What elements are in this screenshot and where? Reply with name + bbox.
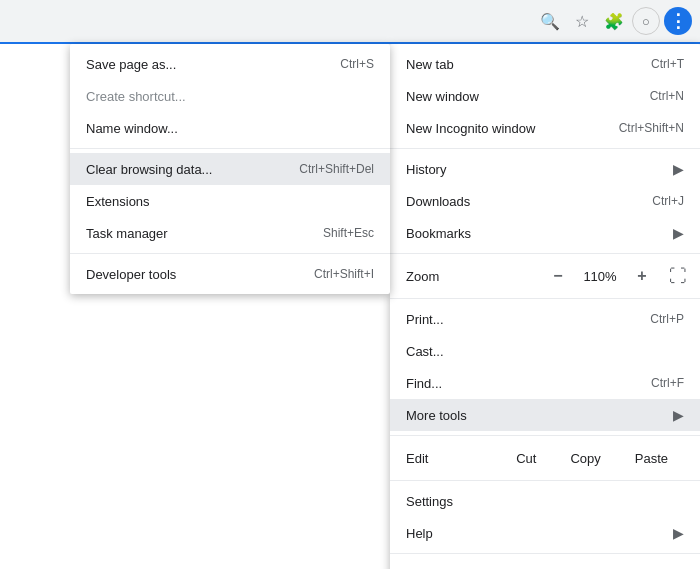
separator-4	[390, 435, 700, 436]
new-window-shortcut: Ctrl+N	[650, 89, 684, 103]
submenu-item-developer-tools[interactable]: Developer tools Ctrl+Shift+I	[70, 258, 390, 290]
name-window-label: Name window...	[86, 121, 178, 136]
menu-item-find[interactable]: Find... Ctrl+F	[390, 367, 700, 399]
menu-item-downloads[interactable]: Downloads Ctrl+J	[390, 185, 700, 217]
submenu-item-extensions[interactable]: Extensions	[70, 185, 390, 217]
edit-row: Edit Cut Copy Paste	[390, 440, 700, 476]
find-label: Find...	[406, 376, 442, 391]
menu-item-cast[interactable]: Cast...	[390, 335, 700, 367]
edit-buttons: Cut Copy Paste	[500, 447, 684, 470]
new-tab-label: New tab	[406, 57, 454, 72]
browser-toolbar: 🔍 ☆ 🧩 ○ ⋮	[0, 0, 700, 44]
menu-item-new-window[interactable]: New window Ctrl+N	[390, 80, 700, 112]
bookmarks-label: Bookmarks	[406, 226, 471, 241]
zoom-icon[interactable]: 🔍	[536, 7, 564, 35]
menu-item-bookmarks[interactable]: Bookmarks ▶	[390, 217, 700, 249]
submenu-item-save-page[interactable]: Save page as... Ctrl+S	[70, 48, 390, 80]
menu-item-new-incognito[interactable]: New Incognito window Ctrl+Shift+N	[390, 112, 700, 144]
edit-label: Edit	[406, 451, 500, 466]
create-shortcut-label: Create shortcut...	[86, 89, 186, 104]
separator-5	[390, 480, 700, 481]
separator-2	[390, 253, 700, 254]
help-label: Help	[406, 526, 433, 541]
clear-browsing-label: Clear browsing data...	[86, 162, 212, 177]
copy-button[interactable]: Copy	[554, 447, 616, 470]
extensions-label: Extensions	[86, 194, 150, 209]
downloads-shortcut: Ctrl+J	[652, 194, 684, 208]
separator-3	[390, 298, 700, 299]
avatar-icon[interactable]: ○	[632, 7, 660, 35]
new-incognito-label: New Incognito window	[406, 121, 535, 136]
menu-item-exit[interactable]: Exit	[390, 558, 700, 569]
history-arrow: ▶	[673, 161, 684, 177]
menu-item-history[interactable]: History ▶	[390, 153, 700, 185]
zoom-label: Zoom	[398, 269, 544, 284]
zoom-minus-button[interactable]: −	[544, 262, 572, 290]
developer-tools-shortcut: Ctrl+Shift+I	[314, 267, 374, 281]
history-label: History	[406, 162, 446, 177]
chrome-main-menu: New tab Ctrl+T New window Ctrl+N New Inc…	[390, 44, 700, 569]
zoom-plus-button[interactable]: +	[628, 262, 656, 290]
menu-item-new-tab[interactable]: New tab Ctrl+T	[390, 48, 700, 80]
submenu-item-name-window[interactable]: Name window...	[70, 112, 390, 144]
help-arrow: ▶	[673, 525, 684, 541]
print-label: Print...	[406, 312, 444, 327]
submenu-separator-2	[70, 253, 390, 254]
more-tools-arrow: ▶	[673, 407, 684, 423]
settings-label: Settings	[406, 494, 453, 509]
menu-item-print[interactable]: Print... Ctrl+P	[390, 303, 700, 335]
downloads-label: Downloads	[406, 194, 470, 209]
menu-item-settings[interactable]: Settings	[390, 485, 700, 517]
zoom-value: 110%	[576, 269, 624, 284]
more-tools-label: More tools	[406, 408, 467, 423]
submenu-item-clear-browsing[interactable]: Clear browsing data... Ctrl+Shift+Del	[70, 153, 390, 185]
new-window-label: New window	[406, 89, 479, 104]
menu-item-more-tools[interactable]: More tools ▶	[390, 399, 700, 431]
menu-icon[interactable]: ⋮	[664, 7, 692, 35]
save-page-label: Save page as...	[86, 57, 176, 72]
new-incognito-shortcut: Ctrl+Shift+N	[619, 121, 684, 135]
separator-1	[390, 148, 700, 149]
zoom-controls: − 110% +	[544, 262, 656, 290]
save-page-shortcut: Ctrl+S	[340, 57, 374, 71]
bookmark-icon[interactable]: ☆	[568, 7, 596, 35]
submenu-item-create-shortcut[interactable]: Create shortcut...	[70, 80, 390, 112]
toolbar-icon-group: 🔍 ☆ 🧩 ○ ⋮	[536, 7, 692, 35]
cast-label: Cast...	[406, 344, 444, 359]
paste-button[interactable]: Paste	[619, 447, 684, 470]
cut-button[interactable]: Cut	[500, 447, 552, 470]
more-tools-submenu: Save page as... Ctrl+S Create shortcut..…	[70, 44, 390, 294]
bookmarks-arrow: ▶	[673, 225, 684, 241]
find-shortcut: Ctrl+F	[651, 376, 684, 390]
task-manager-label: Task manager	[86, 226, 168, 241]
menu-item-help[interactable]: Help ▶	[390, 517, 700, 549]
zoom-row: Zoom − 110% + ⛶	[390, 258, 700, 294]
task-manager-shortcut: Shift+Esc	[323, 226, 374, 240]
print-shortcut: Ctrl+P	[650, 312, 684, 326]
submenu-separator-1	[70, 148, 390, 149]
submenu-item-task-manager[interactable]: Task manager Shift+Esc	[70, 217, 390, 249]
developer-tools-label: Developer tools	[86, 267, 176, 282]
clear-browsing-shortcut: Ctrl+Shift+Del	[299, 162, 374, 176]
separator-6	[390, 553, 700, 554]
zoom-fullscreen-button[interactable]: ⛶	[664, 262, 692, 290]
extensions-icon[interactable]: 🧩	[600, 7, 628, 35]
new-tab-shortcut: Ctrl+T	[651, 57, 684, 71]
